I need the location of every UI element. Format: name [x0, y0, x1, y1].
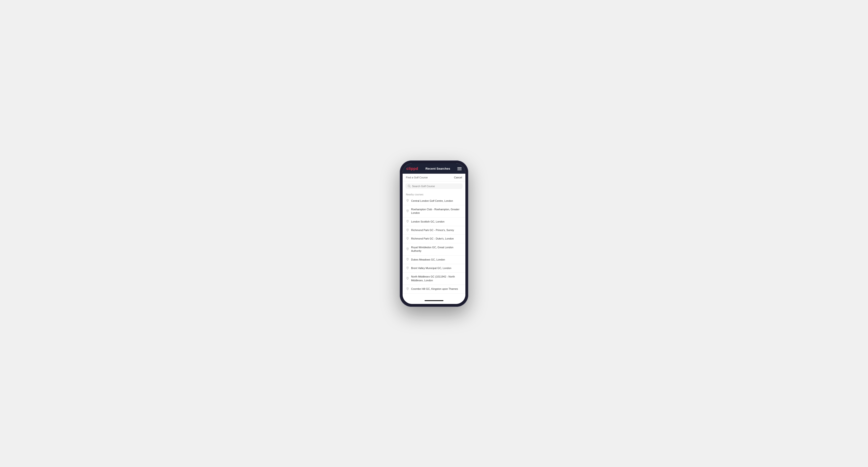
svg-point-8	[407, 259, 408, 259]
phone-device: clippd Recent Searches Find a Golf Cours…	[400, 160, 468, 307]
pin-icon	[406, 220, 409, 223]
home-bar	[425, 300, 443, 301]
search-box	[405, 183, 463, 189]
pin-icon	[406, 287, 409, 291]
pin-icon	[406, 210, 409, 213]
course-name: Roehampton Club - Roehampton, Greater Lo…	[411, 208, 462, 215]
list-item[interactable]: Richmond Park GC - Duke's, London	[403, 235, 465, 243]
course-name: Coombe Hill GC, Kingston upon Thames	[411, 287, 458, 291]
course-name: Dukes Meadows GC, London	[411, 258, 445, 261]
list-item[interactable]: North Middlesex GC (1011942 - North Midd…	[403, 273, 465, 285]
svg-point-9	[407, 267, 408, 268]
list-item[interactable]: Richmond Park GC - Prince's, Surrey	[403, 226, 465, 235]
find-bar: Find a Golf Course Cancel	[403, 174, 465, 182]
search-input[interactable]	[412, 185, 460, 188]
pin-icon	[406, 199, 409, 203]
svg-point-7	[407, 248, 408, 249]
header-title: Recent Searches	[426, 167, 450, 170]
list-item[interactable]: Roehampton Club - Roehampton, Greater Lo…	[403, 205, 465, 218]
home-indicator	[403, 297, 465, 304]
svg-line-1	[410, 187, 410, 187]
svg-point-6	[407, 238, 408, 239]
course-name: Royal Wimbledon GC, Great London Authori…	[411, 246, 462, 253]
svg-point-11	[407, 288, 408, 289]
cancel-button[interactable]: Cancel	[454, 176, 462, 179]
pin-icon	[406, 277, 409, 280]
find-label: Find a Golf Course	[406, 176, 428, 179]
svg-point-4	[407, 221, 408, 221]
svg-point-5	[407, 229, 408, 230]
pin-icon	[406, 237, 409, 241]
courses-section: Nearby courses Central London Golf Centr…	[403, 191, 465, 297]
phone-screen: clippd Recent Searches Find a Golf Cours…	[403, 163, 465, 304]
pin-icon	[406, 248, 409, 251]
menu-icon[interactable]	[457, 167, 462, 170]
search-container	[403, 182, 465, 191]
course-name: Brent Valley Municipal GC, London	[411, 267, 451, 270]
list-item[interactable]: Central London Golf Centre, London	[403, 197, 465, 205]
pin-icon	[406, 267, 409, 270]
course-name: Central London Golf Centre, London	[411, 199, 453, 203]
svg-point-10	[407, 278, 408, 278]
course-name: North Middlesex GC (1011942 - North Midd…	[411, 275, 462, 282]
app-header: clippd Recent Searches	[403, 163, 465, 174]
pin-icon	[406, 258, 409, 261]
course-name: London Scottish GC, London	[411, 220, 444, 223]
app-logo: clippd	[406, 166, 418, 171]
search-icon	[408, 185, 411, 188]
course-name: Richmond Park GC - Duke's, London	[411, 237, 454, 241]
pin-icon	[406, 229, 409, 232]
svg-point-3	[407, 210, 408, 211]
svg-point-2	[407, 200, 408, 200]
list-item[interactable]: London Scottish GC, London	[403, 218, 465, 226]
nearby-section-label: Nearby courses	[403, 191, 465, 197]
list-item[interactable]: Brent Valley Municipal GC, London	[403, 264, 465, 273]
list-item[interactable]: Coombe Hill GC, Kingston upon Thames	[403, 285, 465, 293]
list-item[interactable]: Dukes Meadows GC, London	[403, 255, 465, 264]
list-item[interactable]: Royal Wimbledon GC, Great London Authori…	[403, 243, 465, 255]
course-name: Richmond Park GC - Prince's, Surrey	[411, 228, 454, 232]
